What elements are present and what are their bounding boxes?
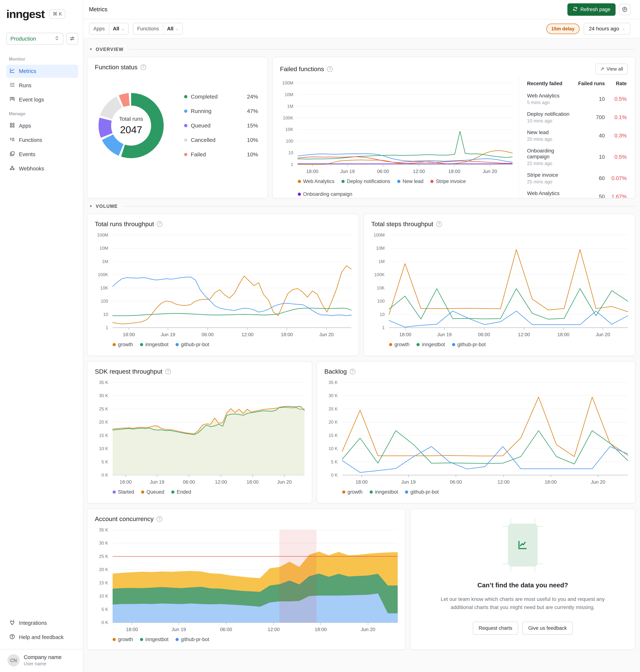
- legend-item[interactable]: growth: [389, 342, 409, 347]
- help-icon[interactable]: ?: [350, 369, 355, 374]
- legend-item[interactable]: growth: [113, 637, 133, 642]
- sidebar-item-event-logs[interactable]: Event logs: [6, 93, 78, 106]
- command-k-shortcut[interactable]: ⌘ K: [49, 9, 66, 19]
- legend-dot: [341, 180, 345, 183]
- functions-filter[interactable]: Functions All⌄: [133, 23, 183, 34]
- y-axis-labels: 100M10M1M100K10K100101: [280, 83, 295, 165]
- x-tick-label: 12:00: [267, 627, 280, 632]
- legend-dot: [184, 153, 187, 156]
- time-range-select[interactable]: 24 hours ago ⌄: [584, 23, 630, 34]
- recently-failed-row[interactable]: New lead20 mins ago400.3%: [527, 129, 627, 142]
- chart-legend: Web AnalyticsDeploy notificationsNew lea…: [298, 178, 512, 197]
- x-tick-label: Jun 19: [401, 479, 416, 485]
- legend-item[interactable]: inngestbot: [369, 489, 398, 495]
- y-tick-label: 10M: [99, 246, 108, 251]
- legend-percent: 47%: [247, 108, 258, 114]
- y-tick-label: 30 K: [329, 393, 338, 398]
- backlog-chart: 35 K30 K25 K20 K15 K10 K5 K0 K18:00Jun 1…: [324, 383, 628, 495]
- y-tick-label: 10 K: [99, 594, 108, 599]
- environment-filter-button[interactable]: [66, 33, 78, 45]
- account-menu[interactable]: CN Company name User name: [6, 649, 78, 672]
- x-tick-label: Jun 19: [340, 169, 355, 174]
- apps-filter[interactable]: Apps All⌄: [89, 23, 129, 34]
- help-icon[interactable]: ?: [165, 369, 171, 374]
- sidebar-item-metrics[interactable]: Metrics: [6, 65, 78, 78]
- apps-grid-icon: [9, 122, 15, 129]
- legend-label: inngestbot: [145, 637, 169, 642]
- view-all-button[interactable]: ↗ View all: [595, 63, 628, 74]
- help-icon[interactable]: ?: [157, 221, 162, 227]
- status-legend-row[interactable]: Failed10%: [184, 151, 258, 158]
- sidebar-item-runs[interactable]: Runs: [6, 79, 78, 92]
- sidebar-item-label: Integrations: [19, 620, 47, 626]
- status-legend-row[interactable]: Running47%: [184, 108, 258, 114]
- recently-failed-row[interactable]: Web Analytics5 mins ago100.5%: [527, 93, 627, 105]
- legend-label: github-pr-bot: [410, 489, 439, 495]
- sidebar-item-label: Events: [19, 151, 35, 157]
- y-tick-label: 0 K: [101, 620, 108, 625]
- overview-section-header[interactable]: ▼ OVERVIEW: [89, 47, 636, 52]
- gear-icon: [622, 6, 628, 13]
- x-tick-label: 18:00: [281, 332, 293, 338]
- request-charts-button[interactable]: Request charts: [473, 621, 518, 635]
- legend-item[interactable]: github-pr-bot: [405, 489, 439, 495]
- legend-item[interactable]: Deploy notifications: [341, 178, 390, 184]
- legend-item[interactable]: github-pr-bot: [176, 342, 209, 347]
- x-tick-label: 18:00: [448, 169, 460, 174]
- sidebar-item-help[interactable]: Help and feedback: [6, 631, 78, 644]
- legend-item[interactable]: Web Analytics: [298, 178, 334, 184]
- y-axis-labels: 100M10M1M100K10K100101: [371, 235, 387, 328]
- settings-button[interactable]: [619, 4, 630, 15]
- sidebar-item-events[interactable]: Events: [6, 148, 78, 161]
- x-tick-label: 12:00: [497, 479, 509, 485]
- help-icon[interactable]: ?: [157, 516, 162, 522]
- x-tick-label: 12:00: [413, 169, 425, 174]
- help-icon[interactable]: ?: [436, 221, 442, 227]
- recently-failed-row[interactable]: Onboarding campaign22 mins ago100.5%: [527, 148, 627, 166]
- view-all-label: View all: [607, 66, 623, 72]
- recently-failed-row[interactable]: Stripe invoice25 mins ago600.07%: [527, 172, 627, 185]
- legend-item[interactable]: Onboarding campaign: [298, 191, 352, 197]
- sidebar-item-webhooks[interactable]: Webhooks: [6, 162, 78, 175]
- chart-legend: growthinngestbotgithub-pr-bot: [113, 637, 397, 642]
- failed-runs-count: 700: [577, 114, 605, 120]
- y-tick-label: 100M: [374, 232, 384, 238]
- sidebar-item-functions[interactable]: Functions: [6, 133, 78, 147]
- function-status-card: Function status? Total runs 2047 Complet…: [87, 57, 268, 198]
- legend-item[interactable]: Queued: [141, 489, 164, 495]
- sidebar-item-apps[interactable]: Apps: [6, 119, 78, 132]
- y-tick-label: 20 K: [329, 419, 338, 425]
- legend-item[interactable]: Ended: [171, 489, 191, 495]
- legend-item[interactable]: Started: [113, 489, 134, 495]
- help-icon[interactable]: ?: [141, 65, 146, 70]
- y-tick-label: 10 K: [329, 446, 338, 451]
- volume-section-header[interactable]: ▼ VOLUME: [89, 203, 636, 209]
- status-legend-row[interactable]: Cancelled10%: [184, 137, 258, 143]
- legend-item[interactable]: Stripe invoice: [431, 178, 466, 184]
- status-legend-row[interactable]: Completed24%: [184, 94, 258, 100]
- legend-label: inngestbot: [375, 489, 398, 495]
- legend-label: github-pr-bot: [181, 342, 209, 347]
- legend-item[interactable]: inngestbot: [140, 342, 169, 347]
- sidebar-item-label: Webhooks: [19, 166, 44, 172]
- company-name: Company name: [24, 654, 62, 660]
- legend-item[interactable]: inngestbot: [140, 637, 169, 642]
- legend-item[interactable]: github-pr-bot: [452, 342, 486, 347]
- legend-item[interactable]: growth: [342, 489, 363, 495]
- help-icon[interactable]: ?: [327, 66, 333, 72]
- give-feedback-button[interactable]: Give us feedback: [522, 621, 573, 635]
- legend-item[interactable]: inngestbot: [417, 342, 445, 347]
- legend-item[interactable]: growth: [113, 342, 133, 347]
- sidebar-item-integrations[interactable]: Integrations: [6, 616, 78, 630]
- donut-chart: Total runs 2047: [99, 93, 164, 158]
- environment-select[interactable]: Production: [6, 33, 63, 45]
- legend-item[interactable]: github-pr-bot: [176, 637, 209, 642]
- legend-item[interactable]: New lead: [397, 178, 423, 184]
- legend-label: growth: [118, 342, 133, 347]
- recently-failed-row[interactable]: Web Analytics35 mins ago501.67%: [527, 190, 627, 198]
- status-legend-row[interactable]: Queued15%: [184, 123, 258, 129]
- x-tick-label: 18:00: [399, 332, 411, 338]
- refresh-page-button[interactable]: Refresh page: [567, 3, 615, 16]
- account-concurrency-chart: 35 K30 K25 K20 K15 K10 K5 K0 K18:00Jun 1…: [95, 530, 397, 642]
- recently-failed-row[interactable]: Deploy notification10 mins ago7000.1%: [527, 111, 627, 124]
